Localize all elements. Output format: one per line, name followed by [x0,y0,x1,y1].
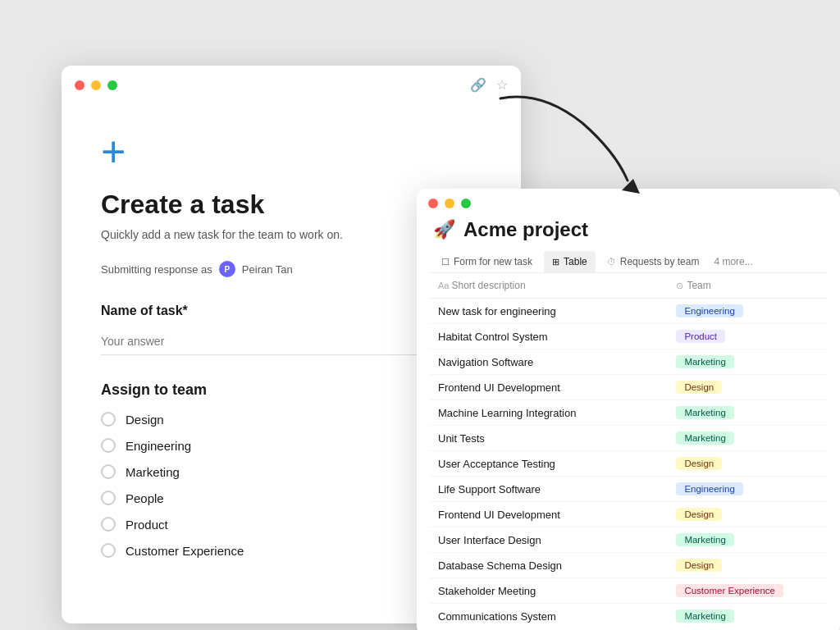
task-description: Frontend UI Development [430,502,668,527]
close-button[interactable] [75,80,84,90]
table-row: User Acceptance Testing Design [430,451,827,477]
table-row: Database Schema Design Design [430,553,827,578]
more-tabs[interactable]: 4 more... [714,256,752,267]
form-icon: ☐ [441,257,450,267]
task-description: Habitat Control System [430,324,668,349]
table-row: Machine Learning Integration Marketing [430,400,827,426]
arrow-decoration [476,82,656,197]
window2-content: 🚀 Acme project ☐ Form for new task ⊞ Tab… [417,218,840,628]
table-row: Frontend UI Development Design [430,502,827,527]
clock-icon: ⏱ [607,257,616,267]
avatar: P [219,261,235,277]
user-name: Peiran Tan [242,263,293,276]
team-badge: Marketing [676,355,734,368]
task-team: Marketing [668,604,827,629]
task-description: Navigation Software [430,349,668,375]
task-team: Marketing [668,426,827,451]
tab-table[interactable]: ⊞ Table [544,251,596,272]
radio-circle-product [101,517,116,532]
team-badge: Marketing [676,431,734,445]
team-clock-icon: ⊙ [676,281,683,291]
radio-label-marketing: Marketing [126,465,180,479]
task-team: Product [668,324,827,349]
table-row: Habitat Control System Product [430,324,827,349]
maximize-button[interactable] [107,80,117,90]
table-row: New task for engineering Engineering [430,299,827,324]
task-description: Machine Learning Integration [430,400,668,426]
radio-circle-people [101,491,116,505]
maximize-button-2[interactable] [461,199,471,208]
table-row: Stakeholder Meeting Customer Experience [430,578,827,604]
radio-circle-design [101,412,116,427]
tab-form-label: Form for new task [454,256,532,267]
table-icon: ⊞ [552,257,559,267]
task-table: Aa Short description ⊙ Team New task for… [430,273,827,628]
team-badge: Product [676,330,725,343]
radio-label-people: People [126,491,164,505]
task-team: Design [668,375,827,400]
window1-titlebar: 🔗 ☆ [62,66,521,104]
team-badge: Design [676,559,722,572]
radio-circle-engineering [101,438,116,453]
close-button-2[interactable] [428,199,438,208]
col-header-team: ⊙ Team [668,273,827,299]
task-description: New task for engineering [430,299,668,324]
task-description: Unit Tests [430,426,668,451]
minimize-button-2[interactable] [445,199,454,208]
task-description: User Interface Design [430,527,668,553]
tab-requests-label: Requests by team [620,256,700,267]
task-team: Marketing [668,400,827,426]
team-badge: Engineering [676,482,742,495]
task-description: Stakeholder Meeting [430,578,668,604]
task-description: User Acceptance Testing [430,451,668,477]
team-badge: Design [676,457,722,470]
radio-label-product: Product [126,518,168,532]
project-header: 🚀 Acme project [430,218,827,241]
tab-form-new-task[interactable]: ☐ Form for new task [433,251,541,272]
svg-marker-0 [622,179,640,194]
task-team: Design [668,553,827,578]
task-team: Engineering [668,299,827,324]
table-row: Communications System Marketing [430,604,827,629]
team-badge: Design [676,508,722,521]
task-description: Frontend UI Development [430,375,668,400]
task-team: Marketing [668,349,827,375]
task-description: Communications System [430,604,668,629]
task-team: Engineering [668,477,827,502]
tab-requests-by-team[interactable]: ⏱ Requests by team [599,251,708,272]
task-team: Marketing [668,527,827,553]
team-badge: Engineering [676,304,742,317]
tab-table-label: Table [564,256,587,267]
radio-label-design: Design [126,413,164,427]
team-badge: Marketing [676,609,734,623]
team-badge: Marketing [676,533,734,546]
radio-label-engineering: Engineering [126,439,191,453]
table-row: Unit Tests Marketing [430,426,827,451]
task-description: Life Support Software [430,477,668,502]
team-badge: Customer Experience [676,584,783,597]
minimize-button[interactable] [91,80,101,90]
rocket-icon: 🚀 [433,219,455,240]
submitting-label: Submitting response as [101,263,212,276]
task-team: Customer Experience [668,578,827,604]
project-title: Acme project [463,218,588,241]
table-row: User Interface Design Marketing [430,527,827,553]
task-description: Database Schema Design [430,553,668,578]
table-row: Frontend UI Development Design [430,375,827,400]
radio-circle-marketing [101,464,116,479]
table-row: Life Support Software Engineering [430,477,827,502]
acme-project-window: 🚀 Acme project ☐ Form for new task ⊞ Tab… [417,189,840,630]
radio-circle-customer-experience [101,543,116,558]
table-row: Navigation Software Marketing [430,349,827,375]
plus-icon: + [101,130,482,173]
task-team: Design [668,502,827,527]
team-badge: Marketing [676,406,734,419]
team-badge: Design [676,381,722,394]
tabs-row: ☐ Form for new task ⊞ Table ⏱ Requests b… [430,251,827,273]
task-team: Design [668,451,827,477]
radio-label-customer-experience: Customer Experience [126,544,244,558]
col-header-description: Aa Short description [430,273,668,299]
